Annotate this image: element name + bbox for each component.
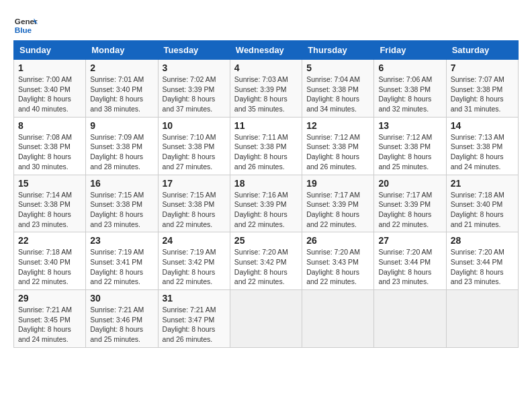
col-header-wednesday: Wednesday xyxy=(230,41,302,60)
day-info: Sunrise: 7:12 AMSunset: 3:38 PMDaylight:… xyxy=(378,132,441,172)
calendar-cell: 18Sunrise: 7:16 AMSunset: 3:39 PMDayligh… xyxy=(230,175,302,232)
calendar-cell: 6Sunrise: 7:06 AMSunset: 3:38 PMDaylight… xyxy=(374,60,446,118)
calendar-cell: 11Sunrise: 7:11 AMSunset: 3:38 PMDayligh… xyxy=(230,117,302,175)
calendar-cell: 24Sunrise: 7:19 AMSunset: 3:42 PMDayligh… xyxy=(158,232,230,290)
day-info: Sunrise: 7:16 AMSunset: 3:39 PMDaylight:… xyxy=(234,190,298,230)
day-number: 5 xyxy=(306,62,369,73)
day-number: 14 xyxy=(451,120,514,131)
calendar-cell: 15Sunrise: 7:14 AMSunset: 3:38 PMDayligh… xyxy=(14,175,86,232)
day-number: 12 xyxy=(306,120,369,131)
col-header-monday: Monday xyxy=(86,41,158,60)
col-header-thursday: Thursday xyxy=(302,41,374,60)
day-info: Sunrise: 7:18 AMSunset: 3:40 PMDaylight:… xyxy=(18,247,81,287)
calendar-week-row: 8Sunrise: 7:08 AMSunset: 3:38 PMDaylight… xyxy=(14,117,519,175)
day-info: Sunrise: 7:06 AMSunset: 3:38 PMDaylight:… xyxy=(378,75,441,114)
day-number: 31 xyxy=(163,293,226,304)
day-info: Sunrise: 7:18 AMSunset: 3:40 PMDaylight:… xyxy=(451,190,514,230)
calendar-cell: 22Sunrise: 7:18 AMSunset: 3:40 PMDayligh… xyxy=(14,232,86,290)
day-info: Sunrise: 7:11 AMSunset: 3:38 PMDaylight:… xyxy=(234,132,298,172)
day-number: 15 xyxy=(18,178,81,189)
day-info: Sunrise: 7:21 AMSunset: 3:45 PMDaylight:… xyxy=(18,305,81,345)
calendar-week-row: 29Sunrise: 7:21 AMSunset: 3:45 PMDayligh… xyxy=(14,290,519,348)
day-info: Sunrise: 7:01 AMSunset: 3:40 PMDaylight:… xyxy=(90,75,153,114)
svg-text:Blue: Blue xyxy=(15,26,32,34)
day-number: 28 xyxy=(451,235,514,246)
day-info: Sunrise: 7:13 AMSunset: 3:38 PMDaylight:… xyxy=(451,132,514,172)
logo: General Blue xyxy=(13,13,40,38)
calendar-cell xyxy=(446,290,518,348)
day-info: Sunrise: 7:15 AMSunset: 3:38 PMDaylight:… xyxy=(90,190,153,230)
calendar-cell xyxy=(230,290,302,348)
calendar-week-row: 1Sunrise: 7:00 AMSunset: 3:40 PMDaylight… xyxy=(14,60,519,118)
calendar-cell xyxy=(302,290,374,348)
day-info: Sunrise: 7:12 AMSunset: 3:38 PMDaylight:… xyxy=(306,132,369,172)
calendar-cell: 5Sunrise: 7:04 AMSunset: 3:38 PMDaylight… xyxy=(302,60,374,118)
calendar-table: SundayMondayTuesdayWednesdayThursdayFrid… xyxy=(13,40,519,348)
calendar-cell: 10Sunrise: 7:10 AMSunset: 3:38 PMDayligh… xyxy=(158,117,230,175)
calendar-cell: 25Sunrise: 7:20 AMSunset: 3:42 PMDayligh… xyxy=(230,232,302,290)
day-info: Sunrise: 7:10 AMSunset: 3:38 PMDaylight:… xyxy=(163,132,226,172)
day-info: Sunrise: 7:00 AMSunset: 3:40 PMDaylight:… xyxy=(18,75,81,114)
day-number: 18 xyxy=(234,178,298,189)
calendar-cell: 8Sunrise: 7:08 AMSunset: 3:38 PMDaylight… xyxy=(14,117,86,175)
day-number: 27 xyxy=(378,235,441,246)
calendar-cell: 13Sunrise: 7:12 AMSunset: 3:38 PMDayligh… xyxy=(374,117,446,175)
calendar-week-row: 22Sunrise: 7:18 AMSunset: 3:40 PMDayligh… xyxy=(14,232,519,290)
day-number: 24 xyxy=(163,235,226,246)
logo-icon: General Blue xyxy=(13,13,38,38)
calendar-cell: 4Sunrise: 7:03 AMSunset: 3:39 PMDaylight… xyxy=(230,60,302,118)
day-info: Sunrise: 7:07 AMSunset: 3:38 PMDaylight:… xyxy=(451,75,514,114)
day-info: Sunrise: 7:20 AMSunset: 3:42 PMDaylight:… xyxy=(234,247,298,287)
day-number: 4 xyxy=(234,62,298,73)
calendar-cell: 19Sunrise: 7:17 AMSunset: 3:39 PMDayligh… xyxy=(302,175,374,232)
day-number: 13 xyxy=(378,120,441,131)
col-header-tuesday: Tuesday xyxy=(158,41,230,60)
calendar-cell: 12Sunrise: 7:12 AMSunset: 3:38 PMDayligh… xyxy=(302,117,374,175)
calendar-cell: 23Sunrise: 7:19 AMSunset: 3:41 PMDayligh… xyxy=(86,232,158,290)
col-header-saturday: Saturday xyxy=(446,41,518,60)
day-info: Sunrise: 7:19 AMSunset: 3:41 PMDaylight:… xyxy=(90,247,153,287)
day-number: 3 xyxy=(163,62,226,73)
day-number: 17 xyxy=(163,178,226,189)
calendar-cell: 28Sunrise: 7:20 AMSunset: 3:44 PMDayligh… xyxy=(446,232,518,290)
day-info: Sunrise: 7:04 AMSunset: 3:38 PMDaylight:… xyxy=(306,75,369,114)
day-number: 26 xyxy=(306,235,369,246)
calendar-week-row: 15Sunrise: 7:14 AMSunset: 3:38 PMDayligh… xyxy=(14,175,519,232)
calendar-cell: 9Sunrise: 7:09 AMSunset: 3:38 PMDaylight… xyxy=(86,117,158,175)
calendar-cell: 30Sunrise: 7:21 AMSunset: 3:46 PMDayligh… xyxy=(86,290,158,348)
day-number: 23 xyxy=(90,235,153,246)
day-number: 19 xyxy=(306,178,369,189)
day-info: Sunrise: 7:20 AMSunset: 3:44 PMDaylight:… xyxy=(451,247,514,287)
calendar-cell: 3Sunrise: 7:02 AMSunset: 3:39 PMDaylight… xyxy=(158,60,230,118)
day-number: 2 xyxy=(90,62,153,73)
day-number: 21 xyxy=(451,178,514,189)
calendar-cell: 17Sunrise: 7:15 AMSunset: 3:38 PMDayligh… xyxy=(158,175,230,232)
col-header-sunday: Sunday xyxy=(14,41,86,60)
calendar-cell: 20Sunrise: 7:17 AMSunset: 3:39 PMDayligh… xyxy=(374,175,446,232)
day-number: 16 xyxy=(90,178,153,189)
day-info: Sunrise: 7:19 AMSunset: 3:42 PMDaylight:… xyxy=(163,247,226,287)
calendar-cell: 16Sunrise: 7:15 AMSunset: 3:38 PMDayligh… xyxy=(86,175,158,232)
day-info: Sunrise: 7:20 AMSunset: 3:44 PMDaylight:… xyxy=(378,247,441,287)
calendar-cell: 1Sunrise: 7:00 AMSunset: 3:40 PMDaylight… xyxy=(14,60,86,118)
day-info: Sunrise: 7:21 AMSunset: 3:47 PMDaylight:… xyxy=(163,305,226,345)
day-number: 9 xyxy=(90,120,153,131)
day-info: Sunrise: 7:09 AMSunset: 3:38 PMDaylight:… xyxy=(90,132,153,172)
day-number: 22 xyxy=(18,235,81,246)
day-info: Sunrise: 7:17 AMSunset: 3:39 PMDaylight:… xyxy=(306,190,369,230)
day-info: Sunrise: 7:08 AMSunset: 3:38 PMDaylight:… xyxy=(18,132,81,172)
day-number: 1 xyxy=(18,62,81,73)
calendar-cell: 27Sunrise: 7:20 AMSunset: 3:44 PMDayligh… xyxy=(374,232,446,290)
calendar-cell: 26Sunrise: 7:20 AMSunset: 3:43 PMDayligh… xyxy=(302,232,374,290)
day-info: Sunrise: 7:15 AMSunset: 3:38 PMDaylight:… xyxy=(163,190,226,230)
day-number: 29 xyxy=(18,293,81,304)
day-number: 6 xyxy=(378,62,441,73)
calendar-header-row: SundayMondayTuesdayWednesdayThursdayFrid… xyxy=(14,41,519,60)
calendar-cell: 7Sunrise: 7:07 AMSunset: 3:38 PMDaylight… xyxy=(446,60,518,118)
day-info: Sunrise: 7:02 AMSunset: 3:39 PMDaylight:… xyxy=(163,75,226,114)
day-number: 7 xyxy=(451,62,514,73)
calendar-cell: 2Sunrise: 7:01 AMSunset: 3:40 PMDaylight… xyxy=(86,60,158,118)
day-number: 30 xyxy=(90,293,153,304)
day-info: Sunrise: 7:17 AMSunset: 3:39 PMDaylight:… xyxy=(378,190,441,230)
day-number: 11 xyxy=(234,120,298,131)
